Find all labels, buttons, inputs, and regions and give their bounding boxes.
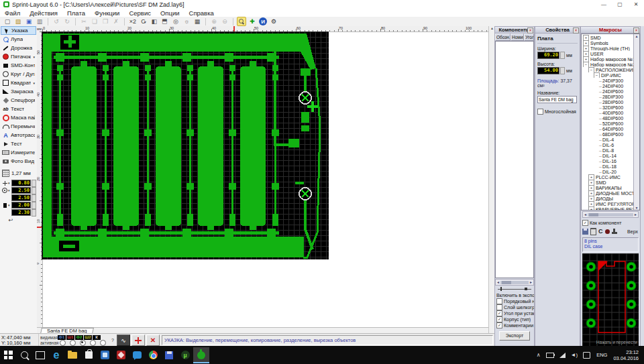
pcb-board[interactable]: [42, 32, 329, 259]
export-option[interactable]: ✓Корпус (тип): [496, 316, 534, 322]
tree-item[interactable]: +Набор макросов №1: [582, 56, 634, 62]
tool-pad[interactable]: Пятачок▾: [1, 52, 36, 61]
track-width-value[interactable]: 0.80: [11, 180, 31, 186]
menu-7[interactable]: Справка: [184, 9, 219, 17]
expand-icon[interactable]: +: [588, 206, 594, 210]
board-name-input[interactable]: Santa FE DM bag: [537, 96, 577, 103]
expand-icon[interactable]: +: [588, 185, 594, 190]
smd-width-value[interactable]: 2.00: [11, 202, 31, 208]
tool-special-shapes[interactable]: Спецформы: [1, 96, 36, 105]
tool-loupe[interactable]: Лупа: [1, 35, 36, 44]
tree-item[interactable]: +ИМС РЕГУЛЯТОРЫ Н: [582, 201, 634, 206]
tree-item[interactable]: –40DIP600: [582, 110, 634, 115]
footprint-move-icon[interactable]: ✚: [248, 17, 257, 25]
save-macro-icon[interactable]: [582, 229, 588, 235]
tree-item[interactable]: +ДИОДЫ: [582, 196, 634, 201]
store-icon[interactable]: [80, 347, 97, 363]
tree-item[interactable]: –24DIP600: [582, 88, 634, 94]
task-view-icon[interactable]: [32, 347, 48, 363]
tool-autoroute[interactable]: AАвтотрасса: [1, 131, 36, 139]
tree-item[interactable]: –68DIP600: [582, 131, 634, 137]
layer-visible-К[interactable]: К: [93, 335, 101, 340]
tree-item[interactable]: –32DIP600: [582, 105, 634, 110]
new-file-icon[interactable]: ▢: [3, 17, 12, 25]
expand-icon[interactable]: +: [588, 180, 594, 185]
export-option-checkbox[interactable]: ✓: [496, 316, 502, 322]
tree-item[interactable]: +ДИОДНЫЕ МОСТЫ: [582, 190, 634, 196]
sprint-layout-icon[interactable]: [193, 347, 209, 363]
tree-scrollbar[interactable]: ▲▼: [633, 34, 639, 210]
layer-active-radio-Ш1[interactable]: [70, 340, 76, 346]
tree-hscrollbar[interactable]: ◄►: [582, 211, 639, 218]
tool-measure[interactable]: Измеритель: [1, 148, 36, 157]
open-file-icon[interactable]: ▨: [13, 17, 23, 25]
export-option[interactable]: Порядковый номер: [496, 298, 534, 304]
pad-outer-diameter-value[interactable]: 2.50: [11, 187, 31, 194]
volume-icon[interactable]: ◄): [571, 352, 578, 358]
pad-mode-icon[interactable]: [605, 229, 610, 234]
rotate-icon[interactable]: C▾: [139, 17, 148, 25]
components-column-header[interactable]: Угол: [524, 34, 534, 41]
tool-solder-mask[interactable]: Маска пайки: [1, 113, 36, 122]
tool-text[interactable]: abТекст: [1, 105, 36, 113]
menu-2[interactable]: Действия: [25, 9, 62, 17]
pad-drill-diameter-value[interactable]: 2.50: [11, 194, 31, 201]
components-hscrollbar[interactable]: ◄►: [495, 279, 534, 286]
components-column-header[interactable]: Обозн.: [495, 34, 511, 41]
tool-smd-pad[interactable]: SMD-Контакт: [1, 61, 36, 70]
export-option[interactable]: ✓Угол при установке: [496, 310, 534, 316]
export-option-checkbox[interactable]: [496, 304, 502, 310]
tree-item[interactable]: –24DIP400: [582, 83, 634, 88]
tool-fill-zone[interactable]: Закраска: [1, 87, 36, 96]
export-option[interactable]: Слой шелкографии: [496, 304, 534, 310]
width-spinner[interactable]: [560, 52, 565, 59]
tree-item[interactable]: –28DIP300: [582, 94, 634, 99]
components-column-header[interactable]: Номин.: [511, 34, 524, 41]
chrome-icon[interactable]: [145, 347, 161, 363]
expand-icon[interactable]: +: [583, 35, 589, 40]
expand-icon[interactable]: +: [583, 40, 589, 46]
language-indicator[interactable]: ENG: [596, 352, 607, 358]
properties-close-icon[interactable]: ✕: [573, 27, 579, 34]
board-height-field[interactable]: 54.00: [537, 67, 559, 74]
menu-4[interactable]: Функции: [90, 9, 124, 17]
macro-preview[interactable]: Нажать и перенести: [582, 253, 639, 349]
redo-icon[interactable]: ↻: [62, 17, 72, 25]
preset-track-width[interactable]: ▾0.80: [1, 180, 36, 186]
save-icon[interactable]: ▣: [24, 17, 34, 25]
tree-item[interactable]: +Symbols: [582, 40, 634, 46]
tool-square[interactable]: Квадрат▾: [1, 78, 36, 87]
collapse-icon[interactable]: −: [588, 67, 594, 72]
preset-pad-drill-diameter[interactable]: 2.50: [1, 194, 36, 201]
tree-item[interactable]: –DIL-6: [582, 142, 634, 147]
wifi-icon[interactable]: [559, 353, 566, 358]
layer-active-radio-Ш2[interactable]: [90, 340, 96, 346]
components-slider[interactable]: [496, 286, 533, 292]
layer-visible-Ш2[interactable]: Ш2: [84, 335, 92, 340]
duplicate-icon[interactable]: ×2: [128, 17, 138, 25]
cut-icon[interactable]: ✂: [79, 17, 89, 25]
collapse-icon[interactable]: −: [583, 62, 589, 67]
tree-item[interactable]: +ВАРИКАПЫ: [582, 185, 634, 190]
menu-6[interactable]: Опции: [156, 9, 184, 17]
tray-chevron-icon[interactable]: ∧: [537, 352, 541, 358]
tool-test[interactable]: Тест: [1, 139, 36, 148]
delete-macro-icon[interactable]: [590, 228, 596, 235]
tree-item[interactable]: –DIL-20: [582, 169, 634, 174]
tree-item[interactable]: −РАСПОЛОЖЕНИЕ ВЫВО: [582, 67, 634, 72]
smd-height-value[interactable]: 2.30: [11, 209, 31, 216]
tree-item[interactable]: +SMD: [582, 35, 634, 40]
maximize-button[interactable]: ▢: [612, 0, 628, 9]
expand-icon[interactable]: +: [588, 174, 594, 180]
tree-item[interactable]: −Набор макросов №2: [582, 62, 634, 67]
tree-item[interactable]: –DIL-14: [582, 153, 634, 158]
copy-icon[interactable]: ❏: [90, 17, 99, 25]
tree-item[interactable]: –DIL-4: [582, 137, 634, 142]
tool-circle-arc[interactable]: Круг / Дуга: [1, 70, 36, 78]
menu-3[interactable]: Плата: [62, 9, 90, 17]
layer-visible-Ф1[interactable]: Ф1: [58, 335, 66, 340]
as-component-option[interactable]: ✓ Как компонент: [582, 220, 640, 226]
export-option-checkbox[interactable]: ✓: [496, 322, 502, 328]
tool-photo-view[interactable]: Фото Вид: [1, 157, 36, 166]
tree-item[interactable]: –64DIP600: [582, 126, 634, 131]
